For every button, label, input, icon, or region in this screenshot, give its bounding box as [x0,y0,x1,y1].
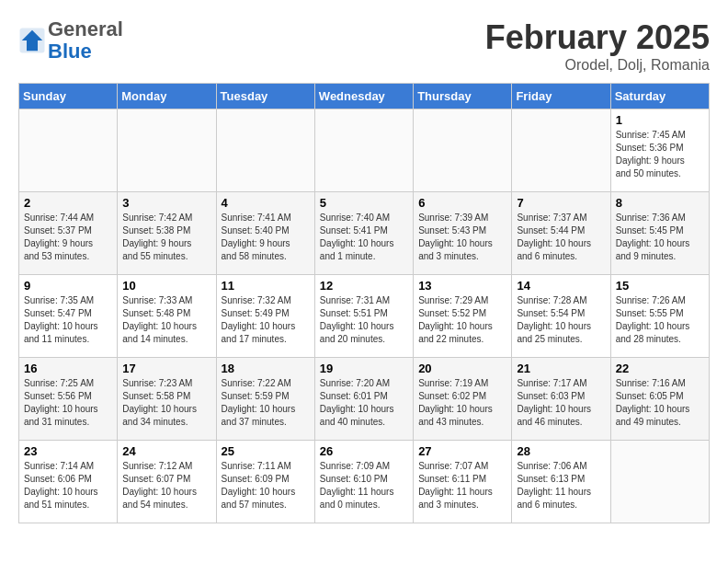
month-title: February 2025 [485,18,710,57]
day-header-friday: Friday [512,84,610,109]
day-number: 21 [517,362,606,375]
day-info: Sunrise: 7:22 AM Sunset: 5:59 PM Dayligh… [222,377,311,429]
day-info: Sunrise: 7:06 AM Sunset: 6:13 PM Dayligh… [517,460,606,511]
day-number: 22 [616,362,705,375]
location: Orodel, Dolj, Romania [485,57,710,74]
day-number: 15 [616,279,705,293]
day-number: 8 [616,196,705,210]
day-number: 7 [517,196,606,210]
day-header-thursday: Thursday [414,84,512,109]
title-block: February 2025 Orodel, Dolj, Romania [485,18,710,74]
calendar-week-1: 1Sunrise: 7:45 AM Sunset: 5:36 PM Daylig… [19,109,710,192]
day-info: Sunrise: 7:33 AM Sunset: 5:48 PM Dayligh… [122,294,211,346]
day-header-wednesday: Wednesday [314,84,413,109]
day-number: 9 [24,279,113,293]
day-header-saturday: Saturday [610,84,709,109]
calendar-cell [19,109,118,192]
calendar-cell: 11Sunrise: 7:32 AM Sunset: 5:49 PM Dayli… [216,275,314,358]
calendar-week-4: 16Sunrise: 7:25 AM Sunset: 5:56 PM Dayli… [19,358,710,441]
logo: General Blue [18,18,123,63]
day-number: 23 [24,444,113,458]
day-info: Sunrise: 7:09 AM Sunset: 6:10 PM Dayligh… [320,460,409,511]
calendar-cell: 15Sunrise: 7:26 AM Sunset: 5:55 PM Dayli… [610,275,709,358]
day-number: 13 [418,279,507,293]
calendar-cell: 3Sunrise: 7:42 AM Sunset: 5:38 PM Daylig… [118,192,216,275]
day-info: Sunrise: 7:20 AM Sunset: 6:01 PM Dayligh… [320,377,409,429]
day-number: 10 [122,279,211,293]
day-info: Sunrise: 7:11 AM Sunset: 6:09 PM Dayligh… [222,460,311,511]
calendar-week-2: 2Sunrise: 7:44 AM Sunset: 5:37 PM Daylig… [19,192,710,275]
calendar-cell: 27Sunrise: 7:07 AM Sunset: 6:11 PM Dayli… [414,441,512,523]
calendar-cell [118,109,216,192]
calendar-cell: 4Sunrise: 7:41 AM Sunset: 5:40 PM Daylig… [216,192,314,275]
day-number: 20 [418,362,507,375]
calendar-cell: 19Sunrise: 7:20 AM Sunset: 6:01 PM Dayli… [314,358,413,441]
logo-blue-text: Blue [48,40,92,63]
calendar-cell: 17Sunrise: 7:23 AM Sunset: 5:58 PM Dayli… [118,358,216,441]
page-header: General Blue February 2025 Orodel, Dolj,… [18,18,710,74]
day-number: 19 [320,362,409,375]
day-number: 3 [122,196,211,210]
day-number: 4 [222,196,311,210]
calendar-cell: 13Sunrise: 7:29 AM Sunset: 5:52 PM Dayli… [414,275,512,358]
calendar-cell: 26Sunrise: 7:09 AM Sunset: 6:10 PM Dayli… [314,441,413,523]
day-info: Sunrise: 7:29 AM Sunset: 5:52 PM Dayligh… [418,294,507,346]
calendar-week-5: 23Sunrise: 7:14 AM Sunset: 6:06 PM Dayli… [19,441,710,523]
calendar-cell: 28Sunrise: 7:06 AM Sunset: 6:13 PM Dayli… [512,441,610,523]
day-number: 11 [222,279,311,293]
calendar-cell: 8Sunrise: 7:36 AM Sunset: 5:45 PM Daylig… [610,192,709,275]
calendar-cell: 25Sunrise: 7:11 AM Sunset: 6:09 PM Dayli… [216,441,314,523]
calendar-cell: 16Sunrise: 7:25 AM Sunset: 5:56 PM Dayli… [19,358,118,441]
day-info: Sunrise: 7:16 AM Sunset: 6:05 PM Dayligh… [616,377,705,429]
calendar-cell [314,109,413,192]
day-info: Sunrise: 7:31 AM Sunset: 5:51 PM Dayligh… [320,294,409,346]
calendar-cell [414,109,512,192]
day-number: 17 [122,362,211,375]
day-header-monday: Monday [118,84,216,109]
day-number: 6 [418,196,507,210]
day-number: 27 [418,444,507,458]
calendar-cell: 2Sunrise: 7:44 AM Sunset: 5:37 PM Daylig… [19,192,118,275]
calendar-cell: 1Sunrise: 7:45 AM Sunset: 5:36 PM Daylig… [610,109,709,192]
day-info: Sunrise: 7:14 AM Sunset: 6:06 PM Dayligh… [24,460,113,511]
day-info: Sunrise: 7:28 AM Sunset: 5:54 PM Dayligh… [517,294,606,346]
calendar-cell: 14Sunrise: 7:28 AM Sunset: 5:54 PM Dayli… [512,275,610,358]
day-info: Sunrise: 7:44 AM Sunset: 5:37 PM Dayligh… [24,212,113,263]
day-number: 2 [24,196,113,210]
calendar-cell: 22Sunrise: 7:16 AM Sunset: 6:05 PM Dayli… [610,358,709,441]
calendar-cell: 10Sunrise: 7:33 AM Sunset: 5:48 PM Dayli… [118,275,216,358]
calendar-cell: 24Sunrise: 7:12 AM Sunset: 6:07 PM Dayli… [118,441,216,523]
calendar-cell: 6Sunrise: 7:39 AM Sunset: 5:43 PM Daylig… [414,192,512,275]
day-info: Sunrise: 7:37 AM Sunset: 5:44 PM Dayligh… [517,212,606,263]
calendar-cell: 9Sunrise: 7:35 AM Sunset: 5:47 PM Daylig… [19,275,118,358]
day-number: 24 [122,444,211,458]
day-info: Sunrise: 7:32 AM Sunset: 5:49 PM Dayligh… [222,294,311,346]
day-info: Sunrise: 7:17 AM Sunset: 6:03 PM Dayligh… [517,377,606,429]
logo-general-text: General [48,17,123,40]
day-number: 5 [320,196,409,210]
logo-icon [18,27,46,54]
calendar-cell [512,109,610,192]
calendar-week-3: 9Sunrise: 7:35 AM Sunset: 5:47 PM Daylig… [19,275,710,358]
calendar-table: SundayMondayTuesdayWednesdayThursdayFrid… [18,83,710,523]
calendar-cell [610,441,709,523]
day-info: Sunrise: 7:26 AM Sunset: 5:55 PM Dayligh… [616,294,705,346]
day-info: Sunrise: 7:35 AM Sunset: 5:47 PM Dayligh… [24,294,113,346]
calendar-cell: 20Sunrise: 7:19 AM Sunset: 6:02 PM Dayli… [414,358,512,441]
calendar-cell: 18Sunrise: 7:22 AM Sunset: 5:59 PM Dayli… [216,358,314,441]
calendar-cell: 7Sunrise: 7:37 AM Sunset: 5:44 PM Daylig… [512,192,610,275]
calendar-cell: 21Sunrise: 7:17 AM Sunset: 6:03 PM Dayli… [512,358,610,441]
day-number: 16 [24,362,113,375]
day-header-tuesday: Tuesday [216,84,314,109]
day-number: 12 [320,279,409,293]
day-info: Sunrise: 7:23 AM Sunset: 5:58 PM Dayligh… [122,377,211,429]
day-number: 14 [517,279,606,293]
day-info: Sunrise: 7:40 AM Sunset: 5:41 PM Dayligh… [320,212,409,263]
calendar-cell: 12Sunrise: 7:31 AM Sunset: 5:51 PM Dayli… [314,275,413,358]
day-number: 28 [517,444,606,458]
day-info: Sunrise: 7:41 AM Sunset: 5:40 PM Dayligh… [222,212,311,263]
day-info: Sunrise: 7:12 AM Sunset: 6:07 PM Dayligh… [122,460,211,511]
calendar-cell [216,109,314,192]
day-header-sunday: Sunday [19,84,118,109]
day-info: Sunrise: 7:36 AM Sunset: 5:45 PM Dayligh… [616,212,705,263]
